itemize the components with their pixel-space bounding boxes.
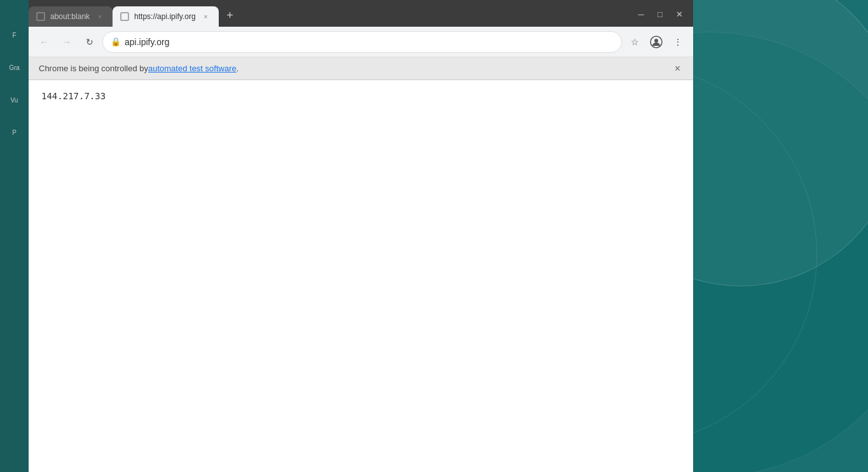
window-controls: ─ □ ✕ [632,5,693,27]
title-bar: about:blank × https://api.ipify.org × + … [29,0,693,27]
address-bar-container[interactable]: 🔒 [102,31,622,53]
address-bar[interactable] [125,37,614,47]
account-icon [650,36,663,48]
banner-link-text[interactable]: automated test software [148,64,237,73]
sidebar-item-f[interactable]: F [12,32,16,39]
maximize-button[interactable]: □ [651,5,669,23]
nav-actions: ☆ ⋮ [624,32,688,52]
tab-about-blank-title: about:blank [50,12,90,21]
new-tab-button[interactable]: + [221,6,239,24]
minimize-button[interactable]: ─ [632,5,650,23]
svg-rect-0 [37,13,45,20]
account-button[interactable] [646,32,666,52]
banner-close-button[interactable]: × [672,60,683,77]
tab-page-icon-2 [120,12,129,21]
browser-window: about:blank × https://api.ipify.org × + … [29,0,693,472]
lock-icon: 🔒 [111,37,121,46]
back-button[interactable]: ← [34,32,54,52]
tabs-area: about:blank × https://api.ipify.org × + [29,0,632,27]
banner-text-before: Chrome is being controlled by [39,64,148,73]
tab-api-ipify[interactable]: https://api.ipify.org × [113,6,219,27]
automation-banner: Chrome is being controlled by automated … [29,57,693,80]
nav-bar: ← → ↻ 🔒 ☆ ⋮ [29,27,693,57]
svg-rect-1 [121,13,128,20]
tab-api-ipify-title: https://api.ipify.org [134,12,196,21]
sidebar-item-p[interactable]: P [12,129,17,136]
sidebar-item-gra[interactable]: Gra [9,64,20,71]
page-content: 144.217.7.33 [29,80,693,472]
tab-about-blank[interactable]: about:blank × [29,6,113,27]
refresh-button[interactable]: ↻ [79,32,100,52]
svg-point-3 [654,39,658,43]
sidebar-item-vu[interactable]: Vu [11,97,18,104]
tab-about-blank-close[interactable]: × [95,11,105,22]
tab-page-icon [36,12,45,21]
tab-api-ipify-close[interactable]: × [201,11,211,22]
menu-button[interactable]: ⋮ [668,32,688,52]
ip-address-text: 144.217.7.33 [41,91,106,101]
bookmark-button[interactable]: ☆ [624,32,645,52]
forward-button[interactable]: → [57,32,77,52]
left-sidebar: F Gra Vu P [0,0,29,472]
close-window-button[interactable]: ✕ [670,5,688,23]
banner-text-after: . [237,64,239,73]
